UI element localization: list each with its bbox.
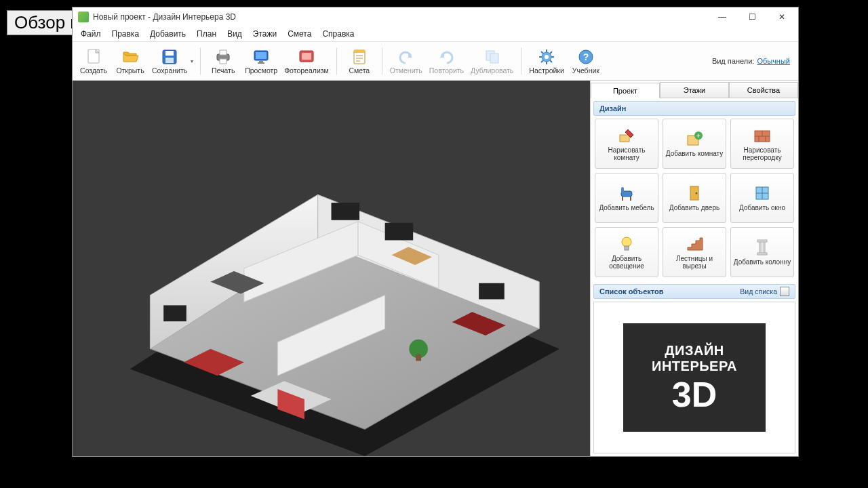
- svg-rect-48: [385, 223, 414, 241]
- svg-point-21: [545, 55, 549, 59]
- door-icon: [684, 184, 705, 203]
- add-lighting-button[interactable]: Добавить освещение: [595, 227, 658, 277]
- duplicate-icon: [483, 48, 502, 66]
- tab-floors[interactable]: Этажи: [660, 82, 729, 98]
- svg-rect-9: [259, 61, 263, 62]
- svg-rect-6: [220, 59, 226, 64]
- settings-label: Настройки: [529, 66, 564, 75]
- lightbulb-icon: [616, 235, 637, 253]
- app-icon: [78, 12, 89, 22]
- svg-rect-49: [479, 283, 505, 300]
- gear-icon: [537, 48, 556, 66]
- add-room-button[interactable]: + Добавить комнату: [663, 119, 726, 169]
- add-window-button[interactable]: Добавить окно: [730, 173, 794, 223]
- menu-help[interactable]: Справка: [317, 28, 359, 40]
- menu-floors[interactable]: Этажи: [248, 28, 282, 40]
- list-view-icon[interactable]: [780, 287, 789, 296]
- svg-line-26: [541, 52, 543, 54]
- tab-properties[interactable]: Свойства: [729, 82, 798, 98]
- svg-rect-46: [416, 354, 421, 361]
- draw-room-label: Нарисовать комнату: [597, 146, 656, 162]
- estimate-button[interactable]: Смета: [341, 43, 378, 79]
- side-panel: Проект Этажи Свойства Дизайн Нарисовать …: [591, 81, 798, 456]
- design-title: Дизайн: [599, 104, 626, 113]
- panel-view-switch: Вид панели: Обычный: [712, 43, 795, 79]
- redo-button[interactable]: Повторить: [426, 43, 467, 79]
- create-button[interactable]: Создать: [75, 43, 112, 79]
- menu-estimate[interactable]: Смета: [282, 28, 317, 40]
- create-label: Создать: [80, 66, 107, 75]
- app-window: Новый проект - Дизайн Интерьера 3D — ☐ ✕…: [72, 7, 799, 457]
- add-door-button[interactable]: Добавить дверь: [663, 173, 726, 223]
- objects-title: Список объектов: [599, 287, 663, 296]
- preview-label: Просмотр: [245, 66, 277, 75]
- add-column-button[interactable]: Добавить колонну: [730, 227, 794, 277]
- preview-button[interactable]: Просмотр: [241, 43, 281, 79]
- promo-line2: ИНТЕРЬЕРА: [652, 359, 737, 374]
- minimize-button[interactable]: —: [707, 7, 737, 26]
- save-icon: [160, 48, 179, 66]
- column-icon: [752, 238, 772, 257]
- add-furniture-button[interactable]: Добавить мебель: [595, 173, 658, 223]
- chair-icon: [616, 184, 637, 203]
- promo-badge: ДИЗАЙН ИНТЕРЬЕРА 3D: [623, 323, 766, 432]
- redo-icon: [437, 48, 456, 66]
- svg-text:+: +: [696, 132, 701, 140]
- menu-edit[interactable]: Правка: [106, 28, 145, 40]
- draw-wall-button[interactable]: Нарисовать перегородку: [730, 119, 794, 169]
- menu-add[interactable]: Добавить: [144, 28, 191, 40]
- print-button[interactable]: Печать: [205, 43, 241, 79]
- menubar: Файл Правка Добавить План Вид Этажи Смет…: [73, 26, 798, 41]
- svg-rect-14: [354, 50, 365, 53]
- svg-rect-71: [760, 241, 765, 254]
- svg-rect-47: [332, 203, 360, 220]
- help-label: Учебник: [572, 66, 599, 75]
- help-button[interactable]: ? Учебник: [568, 43, 604, 79]
- duplicate-button[interactable]: Дублировать: [467, 43, 517, 79]
- photorealism-button[interactable]: Фотореализм: [281, 43, 332, 79]
- 3d-viewport[interactable]: [73, 81, 591, 456]
- tab-project[interactable]: Проект: [591, 83, 660, 98]
- object-list[interactable]: ДИЗАЙН ИНТЕРЬЕРА 3D: [593, 302, 795, 453]
- window-icon: [752, 184, 772, 203]
- svg-rect-2: [165, 51, 174, 56]
- promo-line1: ДИЗАЙН: [665, 343, 724, 359]
- panel-view-label: Вид панели:: [712, 57, 754, 65]
- side-tabs: Проект Этажи Свойства: [591, 81, 798, 98]
- stairs-label: Лестницы и вырезы: [665, 255, 724, 270]
- svg-rect-50: [163, 305, 186, 321]
- undo-label: Отменить: [390, 66, 422, 75]
- add-window-label: Добавить окно: [739, 204, 785, 212]
- menu-plan[interactable]: План: [191, 28, 222, 40]
- design-section-header: Дизайн: [593, 101, 795, 116]
- menu-view[interactable]: Вид: [222, 28, 248, 40]
- svg-rect-5: [220, 50, 226, 55]
- save-dropdown-icon[interactable]: ▾: [189, 44, 195, 78]
- undo-icon: [397, 48, 416, 66]
- panel-view-link[interactable]: Обычный: [757, 57, 790, 65]
- save-button[interactable]: Сохранить ▾: [149, 43, 196, 79]
- render-icon: [297, 48, 316, 66]
- monitor-icon: [252, 48, 271, 66]
- brick-wall-icon: [752, 126, 772, 145]
- titlebar: Новый проект - Дизайн Интерьера 3D — ☐ ✕: [73, 7, 798, 26]
- settings-button[interactable]: Настройки: [526, 43, 568, 79]
- open-label: Открыть: [116, 66, 144, 75]
- new-file-icon: [84, 48, 103, 66]
- undo-button[interactable]: Отменить: [387, 43, 426, 79]
- add-door-label: Добавить дверь: [669, 204, 719, 212]
- stairs-button[interactable]: Лестницы и вырезы: [663, 227, 726, 277]
- open-button[interactable]: Открыть: [112, 43, 149, 79]
- draw-room-button[interactable]: Нарисовать комнату: [595, 119, 658, 169]
- maximize-button[interactable]: ☐: [737, 7, 767, 26]
- close-button[interactable]: ✕: [767, 7, 797, 26]
- add-lighting-label: Добавить освещение: [597, 255, 656, 270]
- menu-file[interactable]: Файл: [75, 28, 106, 40]
- add-furniture-label: Добавить мебель: [599, 204, 654, 212]
- svg-rect-73: [757, 253, 767, 255]
- svg-point-69: [622, 237, 631, 247]
- draw-wall-label: Нарисовать перегородку: [732, 146, 792, 162]
- view-list-label: Вид списка: [740, 287, 777, 296]
- promo-line3: 3D: [672, 377, 717, 412]
- photorealism-label: Фотореализм: [284, 66, 329, 75]
